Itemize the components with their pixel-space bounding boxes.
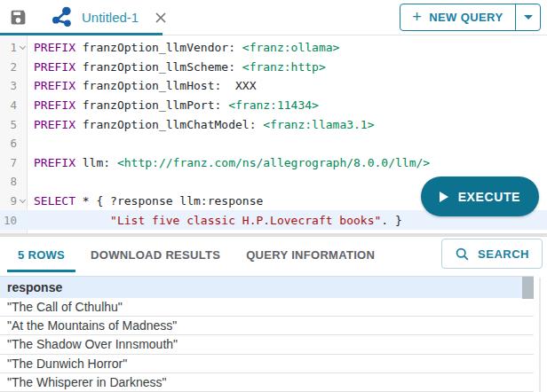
query-editor[interactable]: 1PREFIX franzOption_llmVendor: <franz:ol… [0,35,547,233]
line-number: 4 [0,98,28,112]
code-line[interactable]: 5PREFIX franzOption_llmChatModel: <franz… [0,114,547,134]
line-number: 1 [0,41,28,54]
code-line[interactable]: 2PREFIX franzOption_llmScheme: <franz:ht… [0,58,547,77]
line-number: 5 [0,118,28,131]
line-number: 6 [0,137,28,150]
line-number: 9 [0,194,28,208]
results-panel: 5 ROWS DOWNLOAD RESULTS QUERY INFORMATIO… [0,237,547,392]
table-row[interactable]: "The Call of Cthulhu" [0,298,534,317]
line-number: 2 [0,60,28,74]
table-row[interactable]: "The Shadow Over Innsmouth" [0,335,534,354]
results-table: response "The Call of Cthulhu""At the Mo… [0,276,547,392]
scrollbar-thumb[interactable] [522,277,534,299]
line-number: 8 [0,175,28,188]
search-button[interactable]: SEARCH [441,239,543,269]
tab-untitled-1[interactable]: Untitled-1 [51,6,169,29]
search-icon [455,247,470,262]
play-icon [440,192,448,202]
close-tab-icon[interactable] [153,10,169,26]
line-number: 3 [0,79,28,92]
save-icon [9,8,28,27]
execute-button[interactable]: EXECUTE [421,176,539,216]
results-table-body: "The Call of Cthulhu""At the Mountains o… [0,298,547,392]
line-number: 7 [0,156,28,169]
graph-nodes-icon [51,6,74,29]
new-query-dropdown[interactable] [516,4,540,30]
save-button[interactable] [8,8,28,27]
tab-download-results[interactable]: DOWNLOAD RESULTS [80,237,231,272]
table-row[interactable]: "The Dunwich Horror" [0,355,534,373]
code-line[interactable]: 7PREFIX llm: <http://franz.com/ns/allegr… [0,153,547,173]
code-line[interactable]: 1PREFIX franzOption_llmVendor: <franz:ol… [0,38,547,58]
scrollbar-track [539,278,541,392]
new-query-button[interactable]: + NEW QUERY [400,4,541,31]
code-line[interactable]: 6 [0,134,547,153]
plus-icon: + [412,9,422,25]
table-row[interactable]: "The Whisperer in Darkness" [0,373,534,392]
new-query-label: NEW QUERY [429,11,503,24]
search-label: SEARCH [478,247,529,261]
chevron-down-icon [524,15,533,20]
tab-query-information[interactable]: QUERY INFORMATION [235,237,385,272]
tab-rows[interactable]: 5 ROWS [7,237,75,272]
line-number: 10 [0,214,28,227]
new-query-main[interactable]: + NEW QUERY [400,4,514,30]
code-line[interactable]: 4PREFIX franzOption_llmPort: <franz:1143… [0,96,547,115]
fold-chevron-icon[interactable] [19,197,25,203]
column-header-response: response [7,280,62,294]
table-row[interactable]: "At the Mountains of Madness" [0,317,534,335]
tab-title: Untitled-1 [82,10,139,25]
query-view: Untitled-1 + NEW QUERY 1PREFIX franzOpti… [0,0,547,392]
code-line[interactable]: 3PREFIX franzOption_llmHost: XXX [0,76,547,96]
fold-chevron-icon[interactable] [19,43,25,50]
table-header: response [0,276,534,298]
execute-label: EXECUTE [458,190,520,204]
top-bar: Untitled-1 + NEW QUERY [0,0,547,35]
